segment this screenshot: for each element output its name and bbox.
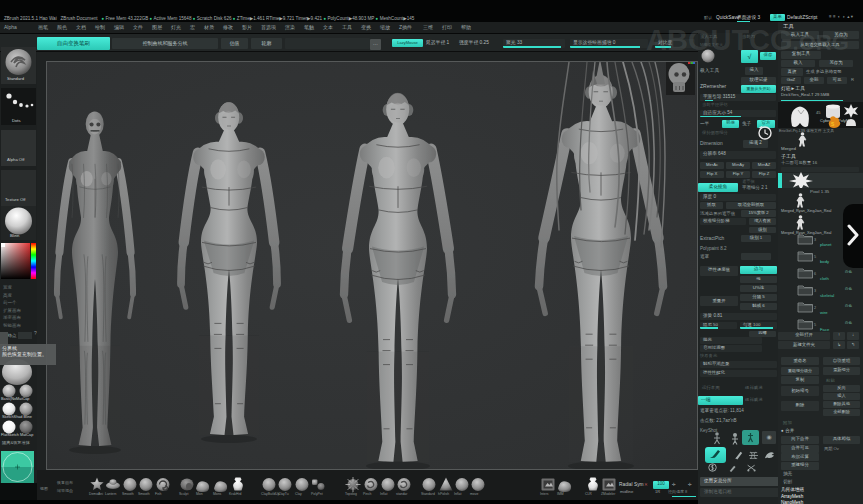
- svg-text:45: 45: [816, 110, 821, 115]
